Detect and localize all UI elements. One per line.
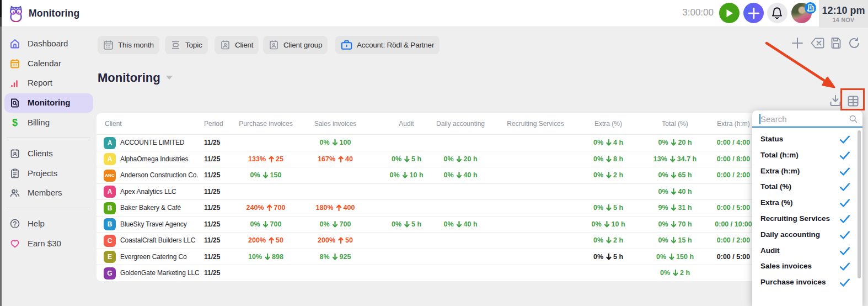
svg-text:$: $ (12, 118, 18, 128)
